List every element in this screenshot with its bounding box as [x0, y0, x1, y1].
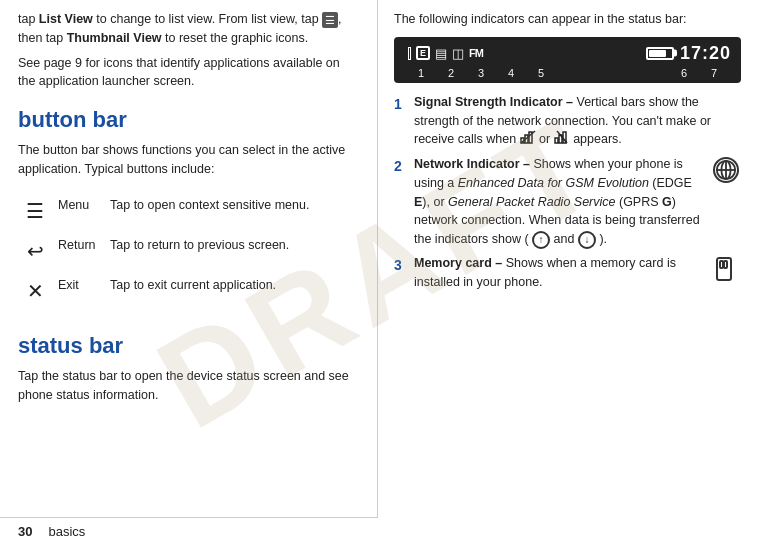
icon3: ▤ [435, 46, 447, 61]
network-indicator-icon [711, 155, 741, 183]
no-signal-icon-1 [520, 130, 536, 150]
memory-card-icon [713, 256, 739, 291]
page-number: 30 [18, 524, 32, 539]
status-bar-icons-row: E ▤ ◫ FM 17:20 [404, 43, 731, 64]
indicator-num-1: 1 [394, 93, 408, 115]
return-desc-cell: Tap to return to previous screen. [104, 231, 359, 271]
status-bar-time: 17:20 [680, 43, 731, 64]
menu-icon-cell: ☰ [18, 191, 52, 231]
button-bar-intro: The button bar shows functions you can s… [18, 141, 359, 179]
num-label-6: 6 [669, 67, 699, 79]
indicator-content-2: Network Indicator – Shows when your phon… [414, 155, 705, 249]
status-bar-numbers: 1 2 3 4 5 6 7 [404, 64, 731, 79]
indicator-content-3: Memory card – Shows when a memory card i… [414, 254, 705, 292]
bar5 [408, 47, 411, 60]
status-bar-right: 17:20 [646, 43, 731, 64]
battery-icon [646, 47, 674, 60]
indicator-title-1: Signal Strength Indicator – [414, 95, 573, 109]
return-icon-cell: ↩ [18, 231, 52, 271]
status-bar-visual: E ▤ ◫ FM 17:20 1 [394, 37, 741, 83]
indicator-content-1: Signal Strength Indicator – Vertical bar… [414, 93, 741, 150]
no-signal-icon-2 [554, 130, 570, 150]
indicator-item-3: 3 Memory card – Shows when a memory card… [394, 254, 741, 292]
indicator-num-3: 3 [394, 254, 408, 276]
svg-rect-4 [555, 138, 558, 143]
transfer-icon-2: ↓ [578, 231, 596, 249]
table-row: ☰ Menu Tap to open context sensitive men… [18, 191, 359, 231]
transfer-icon-1: ↑ [532, 231, 550, 249]
indicator-item-2: 2 Network Indicator – Shows when your ph… [394, 155, 741, 249]
table-row: ✕ Exit Tap to exit current application. [18, 271, 359, 311]
indicator-item-1: 1 Signal Strength Indicator – Vertical b… [394, 93, 741, 150]
indicator-title-2: Network Indicator – [414, 157, 530, 171]
num-label-3: 3 [466, 67, 496, 79]
intro-text-2: See page 9 for icons that identify appli… [18, 54, 359, 92]
num-label-5: 5 [526, 67, 556, 79]
num-label-1: 1 [406, 67, 436, 79]
exit-desc-cell: Tap to exit current application. [104, 271, 359, 311]
right-intro: The following indicators can appear in t… [394, 10, 741, 29]
svg-rect-14 [724, 261, 727, 268]
indicator-title-3: Memory card – [414, 256, 502, 270]
fm-icon: FM [469, 47, 483, 59]
status-bar-intro: Tap the status bar to open the device st… [18, 367, 359, 405]
num-label-2: 2 [436, 67, 466, 79]
menu-inline-icon: ☰ [322, 12, 338, 28]
spacer [556, 67, 669, 79]
button-table: ☰ Menu Tap to open context sensitive men… [18, 191, 359, 311]
intro-text-1: tap List View to change to list view. Fr… [18, 10, 359, 48]
battery-fill [649, 50, 666, 57]
signal-bars-icon [404, 46, 411, 60]
svg-rect-13 [720, 261, 723, 268]
table-row: ↩ Return Tap to return to previous scree… [18, 231, 359, 271]
num-label-4: 4 [496, 67, 526, 79]
menu-label-cell: Menu [52, 191, 104, 231]
exit-icon-cell: ✕ [18, 271, 52, 311]
num-label-7: 7 [699, 67, 729, 79]
page-container: tap List View to change to list view. Fr… [0, 0, 757, 545]
exit-label-cell: Exit [52, 271, 104, 311]
right-column: The following indicators can appear in t… [378, 0, 757, 545]
menu-desc-cell: Tap to open context sensitive menu. [104, 191, 359, 231]
edge-indicator-icon: E [416, 46, 430, 60]
status-bar-icons-left: E ▤ ◫ FM [404, 46, 483, 61]
status-bar-heading: status bar [18, 333, 359, 359]
memcard-indicator-icon [711, 254, 741, 291]
icon4: ◫ [452, 46, 464, 61]
left-column: tap List View to change to list view. Fr… [0, 0, 378, 545]
button-bar-heading: button bar [18, 107, 359, 133]
return-label-cell: Return [52, 231, 104, 271]
indicator-list: 1 Signal Strength Indicator – Vertical b… [394, 93, 741, 292]
page-section-label: basics [48, 524, 85, 539]
net-icon [713, 157, 739, 183]
page-footer: 30 basics [0, 517, 378, 545]
indicator-num-2: 2 [394, 155, 408, 177]
